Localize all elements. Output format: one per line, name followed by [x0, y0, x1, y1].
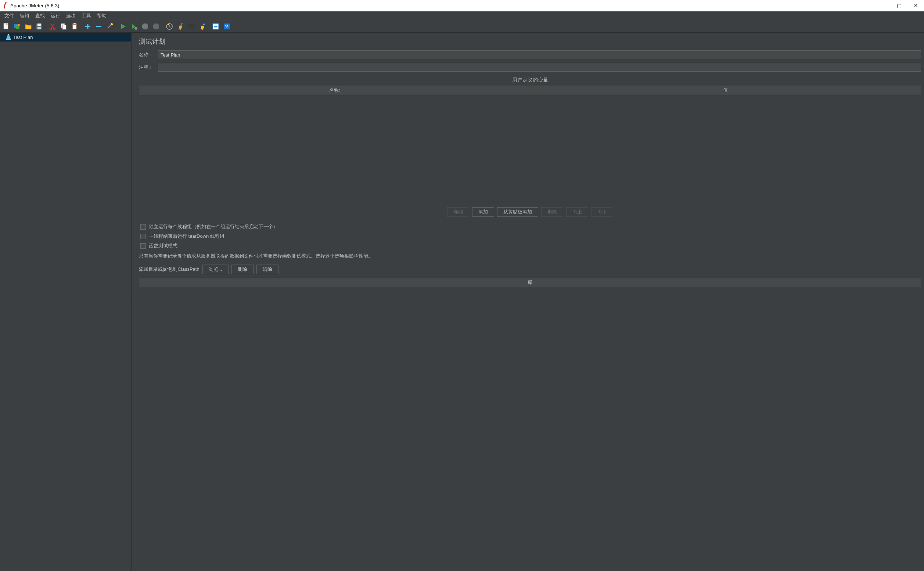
menu-edit[interactable]: 编辑 [17, 12, 32, 20]
library-table: 库 [139, 278, 921, 306]
maximize-button[interactable]: ▢ [894, 0, 904, 11]
svg-point-19 [188, 24, 191, 27]
function-helper-icon[interactable] [210, 21, 221, 32]
close-button[interactable]: ✕ [911, 0, 921, 11]
run-serial-label: 独立运行每个线程组（例如在一个组运行结束后启动下一个） [149, 224, 278, 230]
toggle-icon[interactable] [104, 21, 116, 32]
svg-point-15 [134, 27, 137, 30]
search-icon[interactable] [186, 21, 197, 32]
browse-button[interactable]: 浏览... [202, 265, 228, 274]
classpath-label: 添加目录或jar包到ClassPath [139, 266, 199, 273]
reset-search-icon[interactable] [197, 21, 208, 32]
library-body[interactable] [139, 287, 921, 306]
svg-rect-18 [180, 23, 183, 26]
clear-classpath-button[interactable]: 清除 [256, 265, 279, 274]
collapse-icon[interactable] [93, 21, 104, 32]
teardown-checkbox[interactable] [140, 234, 146, 239]
grip-dots-icon: ··· [133, 300, 134, 304]
stop-icon[interactable] [140, 21, 151, 32]
clear-icon[interactable] [164, 21, 175, 32]
title-bar: Apache JMeter (5.6.3) — ▢ ✕ [0, 0, 924, 11]
copy-icon[interactable] [58, 21, 69, 32]
templates-icon[interactable] [12, 21, 23, 32]
svg-point-20 [191, 24, 194, 27]
cut-icon[interactable] [47, 21, 58, 32]
svg-point-8 [54, 28, 56, 30]
menu-file[interactable]: 文件 [2, 12, 17, 20]
svg-rect-25 [8, 34, 9, 35]
svg-rect-10 [62, 25, 66, 29]
delete-classpath-button[interactable]: 删除 [231, 265, 253, 274]
down-button[interactable]: 向下 [591, 207, 613, 217]
library-header[interactable]: 库 [139, 278, 921, 287]
menu-tools[interactable]: 工具 [79, 12, 94, 20]
menu-help[interactable]: 帮助 [94, 12, 110, 20]
help-icon[interactable]: ? [221, 21, 232, 32]
name-input[interactable] [158, 50, 921, 59]
app-feather-icon [3, 2, 8, 9]
flask-icon [6, 34, 11, 40]
window-title: Apache JMeter (5.6.3) [10, 3, 60, 8]
new-icon[interactable] [1, 21, 12, 32]
shutdown-icon[interactable] [151, 21, 162, 32]
menu-run[interactable]: 运行 [48, 12, 63, 20]
svg-point-7 [50, 28, 52, 30]
add-from-clipboard-button[interactable]: 从剪贴板添加 [497, 207, 538, 217]
comment-label: 注释： [139, 64, 154, 71]
vars-section-title: 用户定义的变量 [139, 77, 921, 83]
toolbar: ? [0, 20, 924, 33]
svg-rect-12 [73, 25, 76, 29]
open-icon[interactable] [23, 21, 34, 32]
comment-input[interactable] [158, 63, 921, 72]
menu-options[interactable]: 选项 [63, 12, 79, 20]
svg-rect-13 [74, 23, 76, 24]
start-icon[interactable] [117, 21, 129, 32]
split-handle[interactable]: ··· [131, 33, 135, 571]
start-no-timers-icon[interactable] [129, 21, 140, 32]
minimize-button[interactable]: — [877, 0, 887, 11]
svg-point-14 [111, 23, 113, 25]
svg-rect-5 [37, 23, 41, 26]
functional-mode-label: 函数测试模式 [149, 242, 177, 249]
svg-point-17 [168, 24, 169, 25]
run-serial-checkbox[interactable] [140, 224, 146, 230]
vars-col-name[interactable]: 名称: [139, 86, 530, 95]
save-icon[interactable] [34, 21, 45, 32]
vars-col-value[interactable]: 值 [530, 86, 921, 95]
tree-panel[interactable]: Test Plan [0, 33, 131, 571]
delete-button[interactable]: 删除 [541, 207, 563, 217]
paste-icon[interactable] [69, 21, 80, 32]
tree-node-label: Test Plan [13, 34, 33, 40]
menu-search[interactable]: 查找 [32, 12, 48, 20]
tree-node-test-plan[interactable]: Test Plan [0, 33, 131, 42]
vars-table: 名称: 值 [139, 86, 921, 202]
content-panel: 测试计划 名称： 注释： 用户定义的变量 名称: 值 详细 添加 从剪贴板添加 … [135, 33, 924, 571]
up-button[interactable]: 向上 [566, 207, 588, 217]
functional-mode-checkbox[interactable] [140, 243, 146, 249]
vars-body[interactable] [139, 95, 921, 202]
menu-bar: 文件 编辑 查找 运行 选项 工具 帮助 [0, 11, 924, 20]
add-button[interactable]: 添加 [472, 207, 494, 217]
svg-rect-6 [37, 27, 41, 29]
expand-icon[interactable] [82, 21, 93, 32]
name-label: 名称： [139, 51, 154, 58]
svg-point-21 [203, 23, 205, 25]
svg-point-3 [18, 24, 20, 26]
main-area: Test Plan ··· 测试计划 名称： 注释： 用户定义的变量 名称: 值… [0, 33, 924, 571]
teardown-label: 主线程结束后运行 tearDown 线程组 [149, 233, 224, 239]
detail-button[interactable]: 详细 [447, 207, 469, 217]
svg-text:?: ? [225, 23, 228, 29]
functional-hint: 只有当你需要记录每个请求从服务器取得的数据到文件时才需要选择函数测试模式。选择这… [139, 253, 921, 259]
clear-all-icon[interactable] [175, 21, 186, 32]
panel-title: 测试计划 [139, 37, 921, 46]
